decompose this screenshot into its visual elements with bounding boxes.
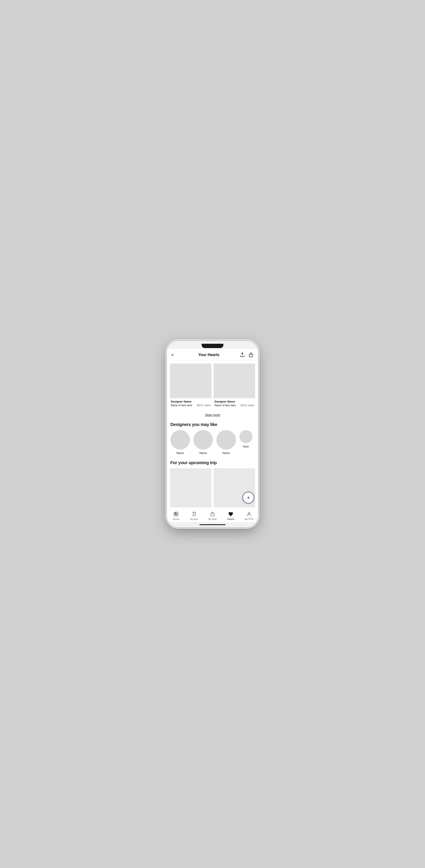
trip-card-1[interactable] [170, 468, 211, 507]
product-details-1: Name of item here $XXX value [171, 404, 210, 407]
home-icon [173, 511, 179, 517]
view-more-section: View more [167, 410, 258, 421]
svg-rect-0 [249, 354, 253, 357]
product-designer-1: Designer Name [171, 400, 210, 403]
designer-avatar-4 [239, 430, 253, 443]
nav-item-bag[interactable]: My Bag [203, 511, 222, 521]
product-price-1: $XXX value [197, 404, 210, 407]
trip-section-title: For your upcoming trip [167, 459, 258, 468]
product-price-2: $XXX value [240, 404, 254, 407]
phone-frame: < Your Hearts [167, 341, 258, 527]
designer-item-4[interactable]: Nam [239, 430, 253, 455]
nav-label-hearts: Hearts [227, 518, 234, 520]
svg-rect-2 [176, 512, 178, 514]
nav-label-browse: Browse [190, 518, 198, 520]
bottom-nav: Home Browse [167, 509, 258, 522]
phone-top-bar [167, 341, 258, 349]
add-button[interactable]: + [243, 492, 254, 503]
svg-rect-4 [176, 514, 178, 516]
product-image-1 [170, 364, 211, 398]
designer-avatar-3 [217, 430, 236, 450]
designer-item-1[interactable]: Name [170, 430, 190, 455]
designers-section: Designers you may like Name Name Name [167, 421, 258, 459]
designer-name-2: Name [199, 452, 207, 455]
add-icon: + [247, 495, 250, 500]
product-info-1: Designer Name Name of item here $XXX val… [170, 398, 211, 408]
product-details-2: Name of item here $XXX value [215, 404, 254, 407]
product-designer-2: Designer Name [215, 400, 254, 403]
product-card-2[interactable]: Designer Name Name of item here $XXX val… [214, 364, 255, 408]
nav-label-myrtr: My RTR [245, 518, 253, 520]
hearts-icon [228, 511, 233, 517]
nav-label-bag: My Bag [208, 518, 217, 520]
profile-icon [246, 511, 252, 517]
product-name-1: Name of item here [171, 404, 192, 407]
trip-grid: + [167, 468, 258, 507]
designer-item-2[interactable]: Name [193, 430, 213, 455]
nav-label-home: Home [173, 518, 179, 520]
browse-icon [192, 511, 197, 517]
designers-scroll: Name Name Name Nam [167, 430, 258, 455]
product-name-2: Name of item here [215, 404, 236, 407]
product-image-2 [214, 364, 255, 398]
svg-rect-8 [211, 513, 214, 516]
home-bar-indicator [199, 524, 226, 525]
share-icon[interactable] [239, 352, 245, 358]
product-card-1[interactable]: Designer Name Name of item here $XXX val… [170, 364, 211, 408]
designer-avatar-2 [193, 430, 213, 450]
trip-section: For your upcoming trip + [167, 459, 258, 509]
svg-rect-3 [174, 514, 176, 516]
page-title: Your Hearts [198, 352, 219, 357]
nav-item-myrtr[interactable]: My RTR [240, 511, 258, 521]
lock-icon[interactable] [248, 352, 254, 358]
notch [202, 344, 223, 348]
header: < Your Hearts [167, 349, 258, 361]
product-info-2: Designer Name Name of item here $XXX val… [214, 398, 255, 408]
home-bar [167, 522, 258, 527]
designer-name-4: Nam [243, 445, 249, 448]
designer-avatar-1 [170, 430, 190, 450]
svg-point-9 [248, 512, 250, 514]
nav-item-home[interactable]: Home [167, 511, 185, 521]
designer-name-3: Name [223, 452, 230, 455]
product-grid: Designer Name Name of item here $XXX val… [167, 361, 258, 410]
back-button[interactable]: < [171, 352, 178, 358]
view-more-link[interactable]: View more [205, 413, 220, 416]
designers-section-title: Designers you may like [167, 421, 258, 430]
nav-item-hearts[interactable]: Hearts [222, 511, 240, 521]
nav-item-browse[interactable]: Browse [185, 511, 203, 521]
designer-name-1: Name [176, 452, 184, 455]
designer-item-3[interactable]: Name [217, 430, 236, 455]
scroll-content: Designer Name Name of item here $XXX val… [167, 361, 258, 509]
bag-icon [210, 511, 215, 517]
screen: < Your Hearts [167, 349, 258, 527]
header-icons [239, 352, 254, 358]
